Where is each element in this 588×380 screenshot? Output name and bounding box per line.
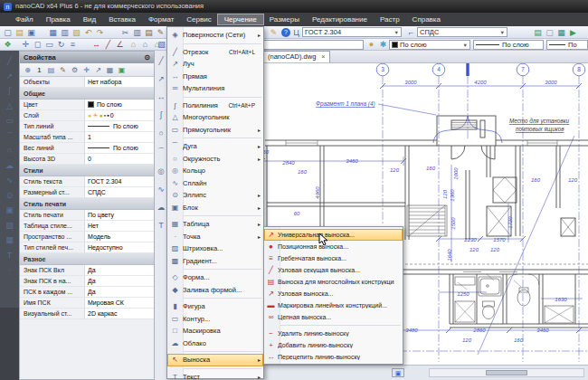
hatch-icon[interactable]: ▨: [3, 220, 16, 232]
drawing-menu-item-6[interactable]: △Многоугольник: [167, 111, 263, 124]
xline-icon[interactable]: ↔: [157, 92, 166, 101]
match-props-icon[interactable]: ✎: [155, 27, 166, 38]
menubar-item-8[interactable]: Редактирование: [306, 14, 374, 24]
property-value[interactable]: 1: [85, 132, 154, 143]
settings-icon[interactable]: ⚙: [70, 66, 80, 74]
raster-icon[interactable]: ▦: [555, 27, 567, 38]
arc-icon[interactable]: ⌒: [3, 130, 16, 142]
plot-icon[interactable]: ▦: [47, 27, 59, 38]
menubar-item-5[interactable]: Сервис: [180, 14, 217, 24]
new-file-icon[interactable]: ▢: [2, 27, 14, 38]
table-icon[interactable]: ▦: [3, 234, 16, 246]
select-new-icon[interactable]: ⊕: [23, 66, 33, 74]
pan-icon[interactable]: ✛: [20, 39, 32, 50]
preview-icon[interactable]: ▥: [59, 27, 71, 38]
property-value[interactable]: Модель: [85, 232, 154, 242]
document-tab[interactable]: (nanoCAD).dwg ×: [262, 51, 330, 62]
circle-icon[interactable]: ○: [158, 128, 163, 138]
drawing-menu-item-23[interactable]: ☁Облако: [167, 337, 263, 350]
leader-submenu-item-9[interactable]: +Добавить линию-выноску: [264, 339, 403, 351]
drawing-menu-item-3[interactable]: ↔Прямая: [167, 71, 263, 83]
spline-icon[interactable]: ∿: [157, 185, 164, 194]
drawing-menu-item-4[interactable]: ═Мультилиния: [167, 82, 263, 95]
menubar-item-2[interactable]: Вид: [77, 14, 102, 24]
block-icon[interactable]: ▣: [3, 204, 16, 216]
undo-icon[interactable]: ↶: [82, 27, 94, 38]
menubar-item-1[interactable]: Правка: [40, 14, 77, 24]
dim-style-icon[interactable]: ⌐: [405, 27, 417, 38]
arc-icon[interactable]: ⌒: [157, 147, 166, 157]
property-value[interactable]: Нет: [85, 221, 154, 232]
drawing-menu-item-24[interactable]: ↖Выноска▸: [167, 354, 263, 366]
property-value[interactable]: Недоступно: [85, 242, 154, 253]
rectangle-icon[interactable]: ▭: [3, 115, 16, 127]
polygon-icon[interactable]: △: [3, 100, 16, 112]
drawing-menu-item-18[interactable]: ◇Форма...: [167, 271, 263, 284]
leader-submenu-item-10[interactable]: ↔Перецепить линию-выноску: [264, 351, 403, 363]
text-style-icon[interactable]: Ц: [290, 27, 302, 38]
save-file-icon[interactable]: ▣: [25, 27, 37, 38]
spline-icon[interactable]: ∿: [3, 175, 16, 186]
drawing-menu-item-20[interactable]: ▮Фигура: [167, 300, 263, 313]
redo-icon[interactable]: ↷: [94, 27, 106, 38]
quick-select-icon[interactable]: ▤: [46, 66, 56, 74]
drawing-menu-item-16[interactable]: ▨Штриховка...: [167, 242, 263, 255]
regen-icon[interactable]: ↻: [55, 39, 67, 50]
cloud-icon[interactable]: ☁: [157, 203, 166, 212]
property-value[interactable]: 0: [85, 154, 154, 165]
copy-icon[interactable]: ▥: [131, 27, 143, 38]
cut-icon[interactable]: ✂: [119, 27, 131, 38]
menubar-item-7[interactable]: Размеры: [263, 14, 306, 24]
dim-angular-icon[interactable]: ∠: [114, 39, 126, 50]
layer-state-icon[interactable]: ⌂: [139, 39, 151, 50]
menubar-item-6[interactable]: Черчение: [218, 14, 263, 24]
dim-aligned-icon[interactable]: ╱: [102, 39, 114, 50]
drawing-menu-item-0[interactable]: ◈Поверхности (Сети)▸: [167, 29, 263, 42]
ring-icon[interactable]: ◎: [157, 166, 164, 176]
zoom-window-icon[interactable]: ◻: [32, 39, 43, 50]
leader-submenu-item-5[interactable]: ↗Узловая выноска...: [264, 288, 403, 299]
dim-linear-icon[interactable]: ↔: [90, 39, 102, 50]
menubar-item-4[interactable]: Формат: [142, 14, 180, 24]
export-icon[interactable]: ↗: [93, 66, 103, 74]
palette-icon[interactable]: ▣: [117, 66, 127, 74]
leader-submenu-item-1[interactable]: ●Позиционная выноска...: [264, 241, 403, 252]
menubar-item-3[interactable]: Вставка: [102, 14, 142, 24]
layer-lock-icon[interactable]: ●: [365, 39, 377, 50]
open-file-icon[interactable]: ▤: [14, 27, 25, 38]
drawing-menu-item-1[interactable]: ╱ОтрезокCtrl+Alt+L: [167, 46, 263, 59]
property-value[interactable]: По слою: [85, 100, 154, 110]
ray-icon[interactable]: ↗: [3, 71, 16, 82]
drawing-menu-item-15[interactable]: ∙Точка▸: [167, 231, 263, 243]
model-space-icon[interactable]: ▣: [392, 368, 404, 377]
circle-icon[interactable]: ○: [3, 145, 16, 157]
drawing-menu-item-25[interactable]: ТТекст▸: [167, 371, 263, 380]
drawing-menu-item-10[interactable]: ◎Кольцо: [167, 165, 263, 177]
segment-icon[interactable]: ╱: [3, 55, 16, 67]
calc-icon[interactable]: ▦: [105, 66, 115, 74]
property-value[interactable]: По слою: [85, 143, 154, 154]
text-icon[interactable]: Т: [158, 221, 163, 230]
scrollbar-thumb[interactable]: [486, 370, 527, 375]
property-value[interactable]: 2D каркас: [85, 309, 154, 319]
pickadd-icon[interactable]: ✛: [81, 66, 91, 74]
property-value[interactable]: Нет набора: [85, 77, 154, 88]
drawing-menu-item-14[interactable]: ▦Таблица▸: [167, 218, 263, 231]
property-value[interactable]: Да: [85, 287, 154, 298]
notes-icon[interactable]: ▤: [532, 27, 544, 38]
drawing-menu-item-13[interactable]: ▣Блок▸: [167, 202, 263, 214]
property-value[interactable]: СПДС: [85, 187, 154, 198]
order-icon[interactable]: ≡: [67, 39, 79, 50]
menubar-item-10[interactable]: Справка: [406, 14, 447, 24]
horizontal-scrollbar[interactable]: [429, 368, 584, 377]
point-icon[interactable]: ∙: [3, 264, 16, 276]
leader-submenu-item-2[interactable]: ≡Гребенчатая выноска...: [264, 252, 403, 264]
property-value[interactable]: Да: [85, 265, 154, 276]
leader-submenu-item-4[interactable]: ▤Выноска для многослойных конструкций...: [264, 276, 403, 288]
pin-icon[interactable]: ⊙: [144, 52, 150, 63]
polyline-icon[interactable]: ʃ: [3, 85, 16, 97]
ellipse-icon[interactable]: ⊙: [3, 190, 16, 202]
polyline-icon[interactable]: ʃ: [160, 110, 162, 119]
cloud-icon[interactable]: ☁: [3, 160, 16, 172]
drawing-menu-item-5[interactable]: ʃПолилинияCtrl+Alt+P: [167, 100, 263, 112]
